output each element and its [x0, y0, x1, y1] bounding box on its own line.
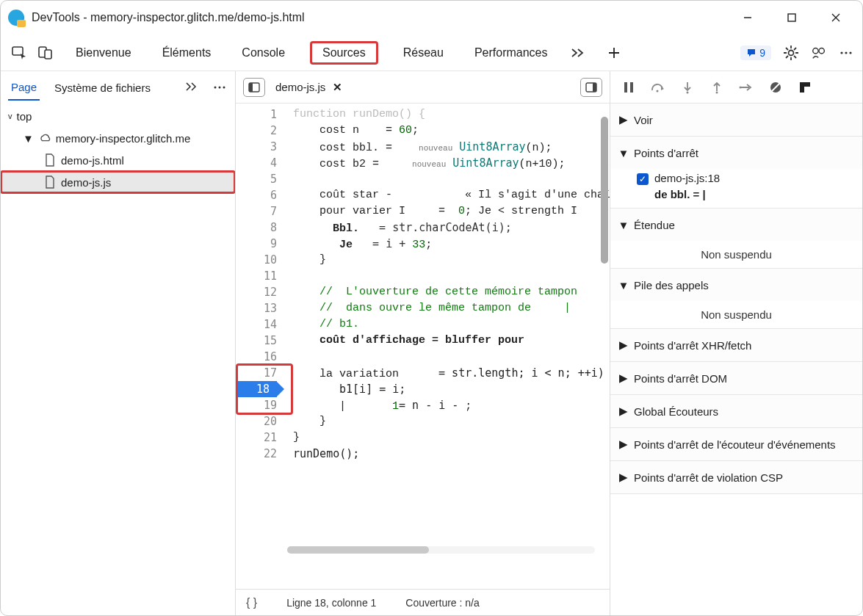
- devtools-window: DevTools - memory-inspector.glitch.me/de…: [0, 0, 863, 616]
- step-over-icon[interactable]: [650, 79, 666, 95]
- caret-right-icon: ▶: [619, 471, 628, 484]
- section-title: Points d'arrêt de violation CSP: [634, 471, 783, 484]
- caret-right-icon: ▶: [619, 113, 628, 126]
- section-title: Points d'arrêt XHR/fetch: [634, 339, 751, 352]
- window-title: DevTools - memory-inspector.glitch.me/de…: [32, 11, 305, 24]
- minimize-button[interactable]: [736, 6, 759, 29]
- section-title: Global Écouteurs: [634, 405, 718, 418]
- kebab-menu-icon[interactable]: [839, 46, 853, 60]
- caret-down-icon: ▼: [619, 219, 628, 231]
- toolbar-right: 9: [740, 45, 853, 61]
- section-header[interactable]: ▼Points d'arrêt: [610, 137, 862, 169]
- deactivate-breakpoints-icon[interactable]: [768, 79, 784, 95]
- toggle-debugger-button[interactable]: [580, 78, 602, 97]
- tab-welcome[interactable]: Bienvenue: [70, 42, 137, 64]
- toggle-navigator-button[interactable]: [243, 78, 265, 97]
- caret-down-icon: v: [8, 112, 12, 120]
- tab-elements[interactable]: Éléments: [156, 42, 217, 64]
- breakpoint-item[interactable]: ✓demo-js.js:18: [637, 172, 851, 185]
- inspect-element-icon[interactable]: [10, 43, 29, 62]
- scrollbar-thumb[interactable]: [287, 546, 429, 554]
- svg-line-11: [794, 56, 796, 58]
- section-header[interactable]: ▶Points d'arrêt XHR/fetch: [610, 329, 862, 361]
- section-header[interactable]: ▼Étendue: [610, 209, 862, 241]
- tab-performance[interactable]: Performances: [469, 42, 554, 64]
- svg-point-18: [849, 51, 851, 54]
- add-panel-button[interactable]: [607, 46, 621, 59]
- svg-rect-1: [788, 14, 795, 21]
- navigator-more-chevron-icon[interactable]: [185, 81, 198, 93]
- titlebar: DevTools - memory-inspector.glitch.me/de…: [1, 1, 862, 35]
- tab-console[interactable]: Console: [236, 42, 291, 64]
- feedback-icon[interactable]: [811, 45, 827, 61]
- main-toolbar: Bienvenue Éléments Console Sources Résea…: [1, 35, 862, 71]
- navigator-panel: Page Système de fichiers v top ▼ memory-…: [1, 71, 236, 615]
- tree-file-label: demo-js.html: [61, 154, 124, 167]
- tree-host-label: memory-inspector.glitch.me: [56, 132, 190, 145]
- editor-filename: demo-js.js: [275, 81, 325, 93]
- tree-host[interactable]: ▼ memory-inspector.glitch.me: [1, 127, 235, 149]
- tree-file-html[interactable]: demo-js.html: [1, 149, 235, 171]
- maximize-button[interactable]: [780, 6, 804, 29]
- close-tab-icon[interactable]: ✕: [333, 81, 342, 94]
- step-out-icon[interactable]: [709, 79, 725, 95]
- panel-tabs: Bienvenue Éléments Console Sources Résea…: [70, 41, 553, 65]
- navigator-tab-page[interactable]: Page: [8, 75, 40, 101]
- navigator-tabs: Page Système de fichiers: [1, 71, 235, 104]
- tree-root-label: top: [17, 110, 32, 123]
- breakpoint-location: demo-js.js:18: [654, 172, 720, 184]
- svg-line-12: [794, 48, 796, 50]
- svg-rect-34: [800, 82, 810, 87]
- svg-rect-23: [249, 83, 253, 92]
- tab-sources[interactable]: Sources: [310, 41, 378, 65]
- caret-down-icon: ▼: [619, 279, 628, 291]
- navigator-kebab-icon[interactable]: [213, 81, 226, 94]
- tree-root-top[interactable]: v top: [1, 105, 235, 127]
- tree-file-js[interactable]: demo-js.js: [1, 171, 235, 193]
- issues-chip[interactable]: 9: [740, 46, 771, 60]
- section-header[interactable]: ▶Points d'arrêt DOM: [610, 362, 862, 394]
- debugger-panel: ▶Voir▼Points d'arrêt✓demo-js.js:18de bbl…: [610, 71, 862, 615]
- pretty-print-icon[interactable]: { }: [246, 596, 257, 609]
- svg-point-16: [840, 51, 842, 54]
- line-gutter[interactable]: 12345678910111213141516171819202122: [236, 104, 284, 589]
- svg-point-15: [819, 48, 824, 53]
- file-icon: [43, 153, 57, 167]
- settings-gear-icon[interactable]: [783, 45, 799, 61]
- pause-icon[interactable]: [621, 79, 637, 95]
- tab-network[interactable]: Réseau: [397, 42, 449, 64]
- svg-point-19: [214, 87, 217, 89]
- device-toggle-icon[interactable]: [36, 43, 55, 62]
- pause-exceptions-icon[interactable]: [797, 79, 813, 95]
- editor-header: demo-js.js ✕: [236, 71, 610, 104]
- section-header[interactable]: ▶Voir: [610, 104, 862, 136]
- svg-line-13: [786, 56, 788, 58]
- caret-right-icon: ▶: [619, 438, 628, 451]
- section-header[interactable]: ▶Global Écouteurs: [610, 395, 862, 427]
- editor-file-tab[interactable]: demo-js.js ✕: [272, 76, 345, 98]
- status-line-col: Ligne 18, colonne 1: [286, 597, 376, 609]
- more-tabs-chevron-icon[interactable]: [571, 48, 585, 58]
- horizontal-scrollbar[interactable]: [287, 546, 595, 554]
- step-into-icon[interactable]: [679, 79, 696, 95]
- caret-down-icon: ▼: [619, 147, 628, 159]
- svg-point-30: [716, 91, 718, 93]
- edge-app-icon: [8, 10, 24, 26]
- editor-panel: demo-js.js ✕ 123456789101112131415161718…: [236, 71, 610, 615]
- svg-rect-4: [45, 50, 51, 59]
- close-button[interactable]: [824, 6, 848, 29]
- section-header[interactable]: ▼Pile des appels: [610, 269, 862, 301]
- section-title: Points d'arrêt: [634, 147, 698, 159]
- status-coverage: Couverture : n/a: [405, 597, 479, 609]
- svg-point-5: [789, 50, 794, 55]
- editor-vertical-scrollbar[interactable]: [601, 117, 608, 264]
- checkbox-checked-icon[interactable]: ✓: [637, 173, 649, 185]
- svg-rect-26: [624, 82, 627, 93]
- editor[interactable]: 12345678910111213141516171819202122 func…: [236, 104, 610, 589]
- code-area[interactable]: function runDemo() { cost n = 60; cost b…: [284, 104, 610, 589]
- step-icon[interactable]: [738, 79, 754, 95]
- section-header[interactable]: ▶Points d'arrêt de violation CSP: [610, 461, 862, 493]
- section-header[interactable]: ▶Points d'arrêt de l'écouteur d'événemen…: [610, 428, 862, 460]
- navigator-tab-filesystem[interactable]: Système de fichiers: [51, 76, 154, 100]
- caret-right-icon: ▶: [619, 372, 628, 385]
